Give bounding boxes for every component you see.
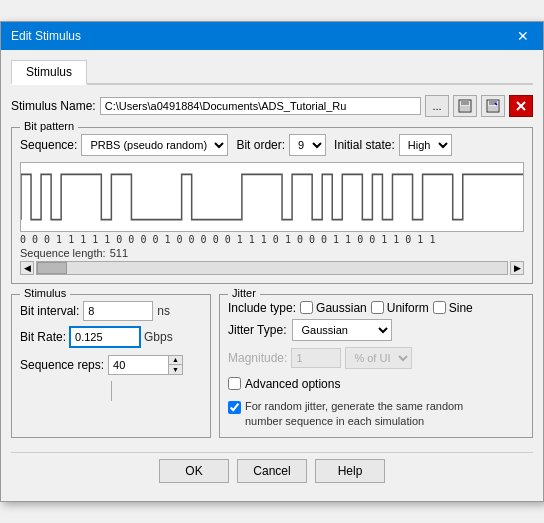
uniform-label: Uniform [387,301,429,315]
delete-button[interactable] [509,95,533,117]
stimulus-name-input[interactable] [100,97,421,115]
dialog-buttons: OK Cancel Help [11,452,533,491]
scroll-left-button[interactable]: ◀ [20,261,34,275]
jitter-type-row: Jitter Type: Gaussian [228,319,524,341]
advanced-options-checkbox[interactable] [228,377,241,390]
stimulus-subgroup-legend: Stimulus [20,287,70,299]
bottom-section: Stimulus Bit interval: ns Bit Rate: Gbps… [11,294,533,443]
stimulus-name-label: Stimulus Name: [11,99,96,113]
tab-stimulus[interactable]: Stimulus [11,60,87,85]
dialog-title: Edit Stimulus [11,29,81,43]
waveform-svg [21,163,523,231]
spin-buttons: ▲ ▼ [168,355,183,375]
sine-checkbox-group: Sine [433,301,473,315]
help-button[interactable]: Help [315,459,385,483]
random-jitter-text: For random jitter, generate the same ran… [245,399,463,430]
svg-rect-1 [461,100,469,105]
bit-order-select[interactable]: 9 [289,134,326,156]
sequence-length-label: Sequence length: [20,247,106,259]
bit-pattern-group: Bit pattern Sequence: PRBS (pseudo rando… [11,127,533,284]
dialog-body: Stimulus Stimulus Name: ... [1,50,543,502]
random-jitter-row: For random jitter, generate the same ran… [228,399,524,430]
magnitude-input [291,348,341,368]
initial-state-select[interactable]: High [399,134,452,156]
scroll-thumb [37,262,67,274]
sequence-reps-label: Sequence reps: [20,358,104,372]
sequence-field-group: Sequence: PRBS (pseudo random) [20,134,228,156]
magnitude-row: Magnitude: % of UI [228,347,524,369]
uniform-checkbox-group: Uniform [371,301,429,315]
scroll-right-button[interactable]: ▶ [510,261,524,275]
bit-interval-label: Bit interval: [20,304,79,318]
title-bar: Edit Stimulus ✕ [1,22,543,50]
include-type-row: Include type: Gaussian Uniform Sine [228,301,524,315]
x-icon [515,100,527,112]
stimulus-name-row: Stimulus Name: ... [11,95,533,117]
save-button-2[interactable] [481,95,505,117]
sequence-reps-spinbox: ▲ ▼ [108,355,183,375]
save-icon-2 [486,99,500,113]
svg-rect-2 [460,106,470,111]
close-button[interactable]: ✕ [513,28,533,44]
vertical-divider [111,381,112,401]
bit-interval-row: Bit interval: ns [20,301,202,321]
jitter-type-select[interactable]: Gaussian [292,319,392,341]
bit-order-field-group: Bit order: 9 [236,134,326,156]
advanced-options-row: Advanced options [228,377,524,391]
save-button-1[interactable] [453,95,477,117]
scrollbar-row: ◀ ▶ [20,261,524,275]
bit-interval-input[interactable] [83,301,153,321]
sequence-label: Sequence: [20,138,77,152]
sine-checkbox[interactable] [433,301,446,314]
bit-pattern-legend: Bit pattern [20,120,78,132]
bit-sequence-text: 0 0 0 1 1 1 1 1 0 0 0 0 1 0 0 0 0 0 1 1 … [20,234,524,245]
bit-order-label: Bit order: [236,138,285,152]
jitter-group: Jitter Include type: Gaussian Uniform Si… [219,294,533,439]
bit-rate-label: Bit Rate: [20,330,66,344]
gaussian-checkbox-group: Gaussian [300,301,367,315]
cancel-button[interactable]: Cancel [237,459,307,483]
include-type-label: Include type: [228,301,296,315]
bit-rate-row: Bit Rate: Gbps [20,327,202,347]
sequence-length-value: 511 [110,247,128,259]
bit-rate-input[interactable] [70,327,140,347]
initial-state-label: Initial state: [334,138,395,152]
sine-label: Sine [449,301,473,315]
sequence-reps-input[interactable] [108,355,168,375]
gaussian-label: Gaussian [316,301,367,315]
gaussian-checkbox[interactable] [300,301,313,314]
initial-state-field-group: Initial state: High [334,134,452,156]
bit-pattern-controls: Sequence: PRBS (pseudo random) Bit order… [20,134,524,156]
bit-interval-unit: ns [157,304,170,318]
sequence-select[interactable]: PRBS (pseudo random) [81,134,228,156]
uniform-checkbox[interactable] [371,301,384,314]
spin-up-button[interactable]: ▲ [169,356,182,366]
spin-down-button[interactable]: ▼ [169,365,182,374]
dots-button[interactable]: ... [425,95,449,117]
svg-rect-5 [488,106,498,111]
edit-stimulus-dialog: Edit Stimulus ✕ Stimulus Stimulus Name: … [0,21,544,503]
magnitude-unit-select: % of UI [345,347,412,369]
tab-bar: Stimulus [11,58,533,85]
jitter-legend: Jitter [228,287,260,299]
scroll-track[interactable] [36,261,508,275]
stimulus-subgroup: Stimulus Bit interval: ns Bit Rate: Gbps… [11,294,211,439]
ok-button[interactable]: OK [159,459,229,483]
save-icon-1 [458,99,472,113]
sequence-reps-row: Sequence reps: ▲ ▼ [20,355,202,375]
jitter-type-label: Jitter Type: [228,323,286,337]
advanced-options-label: Advanced options [245,377,340,391]
random-jitter-checkbox[interactable] [228,401,241,414]
waveform-area [20,162,524,232]
bit-rate-unit: Gbps [144,330,173,344]
magnitude-label: Magnitude: [228,351,287,365]
